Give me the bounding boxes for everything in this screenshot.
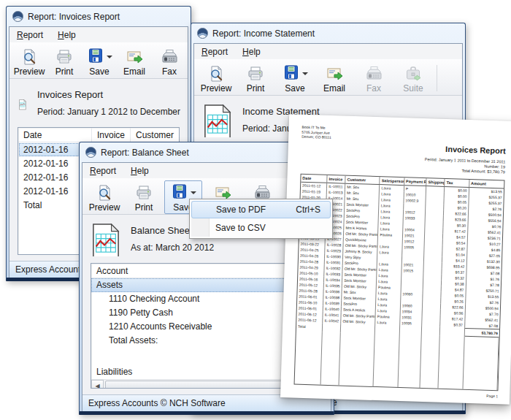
save-label: Save	[89, 66, 109, 77]
suite-icon	[404, 64, 422, 83]
toolbar-separator	[437, 65, 437, 91]
preview-button[interactable]: Preview	[197, 61, 235, 95]
suite-label: Suite	[403, 83, 423, 93]
toolbar: Preview Print Save Email Fax	[9, 42, 188, 79]
paper-company-block: Book IT To Me5705 Juniper AveDenver, CO …	[301, 125, 331, 140]
menu-item-save-to-pdf[interactable]: Save to PDFCtrl+S	[191, 201, 331, 218]
menu-help[interactable]: Help	[128, 165, 151, 177]
fax-button[interactable]: Fax	[355, 61, 393, 95]
email-label: Email	[323, 83, 345, 93]
print-button[interactable]: Print	[125, 180, 163, 214]
printed-invoices-report-page: Book IT To Me5705 Juniper AveDenver, CO …	[280, 114, 511, 405]
email-icon	[126, 47, 143, 66]
window-title: Report: Income Statement	[212, 28, 315, 39]
report-header: Invoices Report Period: January 1 2012 t…	[9, 79, 188, 123]
report-document-icon	[92, 223, 120, 256]
save-dropdown-arrow-icon[interactable]	[191, 191, 196, 194]
save-button[interactable]: Save	[82, 45, 116, 78]
email-button[interactable]: Email	[118, 45, 151, 78]
scroll-left-icon[interactable]: ◀	[91, 380, 104, 389]
toolbar: Preview Print Save Email Fax Suite	[194, 59, 462, 96]
paper-total-label: Total	[296, 322, 323, 332]
menu-item-save-to-csv[interactable]: Save to CSV	[191, 218, 331, 237]
fax-button[interactable]: Fax	[153, 45, 186, 78]
email-icon	[326, 64, 343, 83]
app-icon	[12, 11, 23, 22]
status-text: Express Accounts © NCH Software	[88, 398, 226, 408]
print-button[interactable]: Print	[237, 61, 274, 95]
window-title: Report: Balance Sheet	[101, 148, 189, 158]
report-title: Invoices Report	[37, 89, 180, 100]
app-icon	[197, 28, 208, 39]
preview-label: Preview	[201, 83, 232, 93]
fax-icon	[365, 64, 383, 83]
report-period: Period: January 1 2012 to December	[37, 107, 180, 117]
save-label: Save	[285, 83, 304, 93]
preview-icon	[207, 64, 225, 83]
email-button[interactable]: Email	[315, 61, 353, 95]
column-date[interactable]: Date	[18, 128, 92, 142]
suite-button[interactable]: Suite	[394, 61, 432, 95]
menu-help[interactable]: Help	[55, 29, 78, 41]
print-label: Print	[247, 83, 265, 93]
print-button[interactable]: Print	[47, 45, 81, 78]
save-dropdown-menu: Save to PDFCtrl+SSave to CSV	[189, 199, 333, 239]
print-icon	[247, 64, 264, 83]
preview-icon	[20, 47, 38, 66]
column-invoice[interactable]: Invoice	[92, 128, 131, 142]
titlebar-invoices[interactable]: Report: Invoices Report	[9, 7, 188, 26]
menubar: Report Help	[194, 44, 462, 59]
menu-report[interactable]: Report	[15, 29, 45, 41]
save-icon	[171, 183, 188, 202]
print-label: Print	[135, 202, 153, 213]
paper-meta-block: Period: January 1 2011 to December 31 20…	[301, 153, 506, 175]
preview-icon	[96, 183, 113, 202]
print-icon	[55, 47, 73, 66]
print-icon	[135, 183, 153, 202]
print-label: Print	[55, 66, 74, 77]
email-label: Email	[123, 66, 145, 77]
window-title: Report: Invoices Report	[28, 12, 120, 22]
menu-report[interactable]: Report	[199, 46, 230, 58]
fax-label: Fax	[162, 66, 177, 77]
column-customer[interactable]: Customer	[131, 128, 179, 142]
report-document-icon	[204, 104, 231, 137]
save-dropdown-arrow-icon[interactable]	[107, 56, 112, 58]
preview-label: Preview	[89, 202, 120, 213]
save-button[interactable]: Save	[276, 61, 314, 95]
menu-report[interactable]: Report	[88, 165, 118, 177]
preview-button[interactable]: Preview	[12, 45, 46, 78]
save-icon	[283, 64, 300, 83]
menubar: Report Help	[9, 27, 188, 42]
menu-help[interactable]: Help	[240, 46, 263, 58]
fax-label: Fax	[366, 83, 381, 93]
fax-icon	[161, 47, 178, 66]
preview-button[interactable]: Preview	[85, 180, 123, 214]
list-header: Date Invoice Customer	[18, 128, 179, 142]
report-document-icon	[19, 87, 26, 121]
app-icon	[85, 147, 96, 158]
preview-label: Preview	[14, 66, 45, 77]
titlebar-income[interactable]: Report: Income Statement	[193, 23, 463, 43]
paper-table-filler	[295, 331, 499, 390]
save-menu-items: Save to PDFCtrl+SSave to CSV	[191, 201, 331, 237]
report-as-at: As at: March 20 2012	[131, 243, 214, 253]
save-icon	[87, 47, 104, 66]
save-dropdown-arrow-icon[interactable]	[302, 72, 308, 75]
